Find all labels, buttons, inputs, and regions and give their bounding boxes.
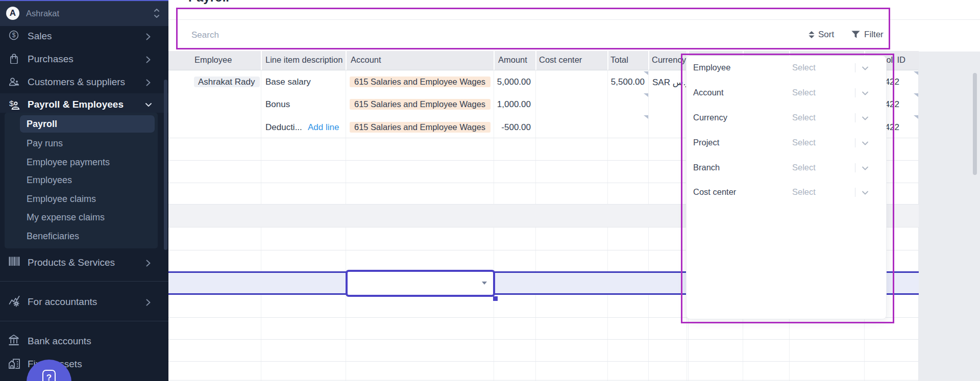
- svg-text:$: $: [12, 32, 16, 39]
- svg-text:$: $: [9, 99, 14, 108]
